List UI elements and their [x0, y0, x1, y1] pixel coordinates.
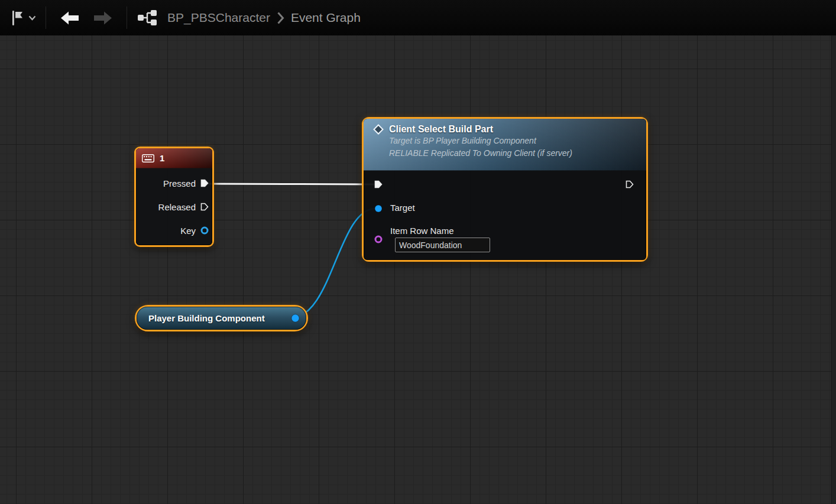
node-subtitle-reliable: RELIABLE Replicated To Owning Client (if… [389, 147, 638, 160]
pin-row-key: Key [136, 219, 212, 242]
forward-button[interactable] [90, 8, 116, 28]
pin-label-target: Target [390, 203, 415, 213]
node-subtitle-target: Target is BP Player Building Component [389, 135, 638, 147]
toolbar-separator [46, 6, 46, 29]
pin-item-row-name-in[interactable] [374, 235, 383, 244]
pin-label-item-row-name: Item Row Name [390, 226, 454, 236]
graph-icon [134, 7, 160, 28]
node-title: Client Select Build Part [389, 124, 493, 135]
pin-row-released: Released [136, 195, 212, 219]
node-client-select-build-part[interactable]: Client Select Build Part Target is BP Pl… [362, 117, 648, 262]
function-icon [373, 124, 384, 135]
node-header[interactable]: 1 [136, 148, 212, 168]
back-button[interactable] [57, 8, 83, 28]
node-title: 1 [160, 153, 164, 163]
node-keyboard-event-1[interactable]: 1 Pressed Released [134, 147, 214, 247]
graph-toolbar: BP_PBSCharacter Event Graph [0, 0, 836, 35]
pin-pressed-exec-out[interactable] [200, 178, 209, 188]
breadcrumb-root[interactable]: BP_PBSCharacter [167, 11, 270, 25]
variable-title: Player Building Component [148, 313, 265, 323]
breadcrumb-chevron-icon [276, 11, 285, 25]
pin-label-key: Key [180, 226, 196, 236]
bookmark-icon[interactable] [8, 8, 26, 28]
item-row-name-input[interactable] [395, 238, 490, 252]
toolbar-separator [127, 6, 127, 29]
blueprint-editor: BP_PBSCharacter Event Graph [0, 0, 836, 504]
pin-label-released: Released [158, 202, 196, 212]
event-graph-canvas[interactable]: 1 Pressed Released [0, 35, 836, 504]
wires-layer [0, 35, 836, 504]
node-player-building-component[interactable]: Player Building Component [135, 305, 308, 331]
node-header[interactable]: Client Select Build Part Target is BP Pl… [364, 119, 646, 171]
keyboard-icon [142, 154, 154, 162]
breadcrumb-current[interactable]: Event Graph [291, 11, 361, 25]
pin-variable-out[interactable] [290, 313, 300, 323]
pin-released-exec-out[interactable] [200, 202, 209, 212]
pin-row-pressed: Pressed [136, 171, 212, 195]
pin-exec-out[interactable] [625, 180, 634, 189]
pin-label-pressed: Pressed [163, 178, 196, 188]
exec-wire[interactable] [204, 184, 375, 184]
pin-target-in[interactable] [374, 204, 383, 213]
chevron-down-icon[interactable] [26, 13, 38, 23]
vertical-scrollbar[interactable] [831, 35, 836, 504]
pin-key-out[interactable] [200, 226, 209, 235]
pin-exec-in[interactable] [374, 180, 383, 189]
